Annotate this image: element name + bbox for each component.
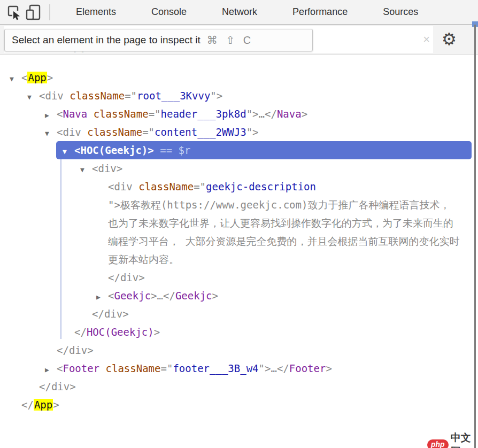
- php-logo-badge: php: [427, 439, 449, 448]
- inspect-element-button[interactable]: [4, 3, 24, 22]
- tab-elements[interactable]: Elements: [76, 6, 116, 18]
- tooltip-text: Select an element in the page to inspect…: [12, 34, 201, 46]
- tree-row[interactable]: <div className="geekjc-description">极客教程…: [0, 177, 478, 268]
- device-toolbar-button[interactable]: [24, 3, 43, 22]
- disclosure-triangle-icon[interactable]: ▼: [80, 161, 92, 179]
- tree-row[interactable]: ▶<Footer className="footer___3B_w4">…</F…: [0, 359, 478, 377]
- device-toolbar-icon: [25, 4, 42, 21]
- tree-row[interactable]: ▼<div className="content___2WWJ3">: [0, 123, 478, 141]
- tab-sources[interactable]: Sources: [383, 6, 418, 18]
- tree-row[interactable]: </HOC(Geekjc)>: [0, 323, 478, 341]
- disclosure-triangle-icon[interactable]: ▼: [45, 125, 57, 143]
- indent-guide-line: [60, 159, 61, 339]
- tree-row[interactable]: </div>: [0, 341, 478, 359]
- gear-icon[interactable]: ⚙: [442, 28, 457, 51]
- php-logo-text: 中文网: [451, 431, 478, 448]
- tree-row[interactable]: </div>: [0, 268, 478, 287]
- tree-row[interactable]: ▼<div className="root___3Kvvy">: [0, 87, 478, 105]
- disclosure-triangle-icon[interactable]: ▶: [45, 361, 57, 379]
- tree-row[interactable]: ▼<App>: [0, 68, 478, 87]
- disclosure-triangle-icon[interactable]: ▼: [27, 88, 39, 106]
- clear-search-icon[interactable]: ×: [423, 34, 430, 45]
- tab-console[interactable]: Console: [151, 6, 187, 18]
- component-tree: ▼<App>▼<div className="root___3Kvvy">▶<N…: [0, 55, 478, 414]
- disclosure-triangle-icon[interactable]: ▼: [63, 143, 74, 161]
- disclosure-triangle-icon[interactable]: ▼: [10, 70, 21, 88]
- devtools-tabbar: ElementsConsoleNetworkPerformanceSources: [0, 0, 478, 25]
- panel-tabs: ElementsConsoleNetworkPerformanceSources: [76, 6, 418, 18]
- window-right-edge: [474, 25, 476, 448]
- search-toolbar: ▼ App × ⚙ Select an element in the page …: [0, 25, 478, 55]
- disclosure-triangle-icon[interactable]: ▶: [45, 106, 57, 125]
- toolbar-divider: [49, 4, 50, 20]
- tree-row[interactable]: ▶<Nava className="header___3pk8d">…</Nav…: [0, 105, 478, 123]
- tree-row-selected[interactable]: ▼<HOC(Geekjc)> == $r: [56, 141, 472, 159]
- tab-performance[interactable]: Performance: [292, 6, 348, 18]
- tooltip-shortcut: ⌘ ⇧ C: [207, 34, 253, 47]
- tree-row[interactable]: </div>: [0, 377, 478, 396]
- tree-row[interactable]: </div>: [0, 305, 478, 323]
- disclosure-triangle-icon[interactable]: ▶: [96, 288, 108, 306]
- tree-row[interactable]: </App>: [0, 396, 478, 414]
- tab-network[interactable]: Network: [222, 6, 257, 18]
- tree-row[interactable]: ▶<Geekjc>…</Geekjc>: [0, 287, 478, 305]
- tree-row[interactable]: ▼<div>: [0, 159, 478, 177]
- php-cn-watermark: php 中文网: [427, 431, 478, 448]
- inspect-cursor-icon: [6, 4, 22, 20]
- inspect-tooltip: Select an element in the page to inspect…: [4, 29, 313, 51]
